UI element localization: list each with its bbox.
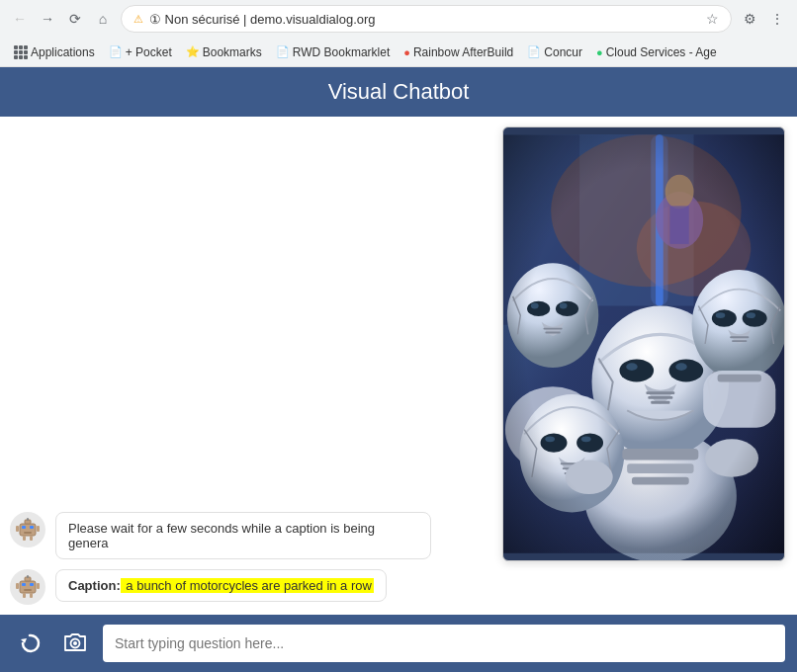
apps-grid-icon [14,45,28,59]
app-title: Visual Chatbot [328,79,470,105]
nav-extras: ⚙ ⋮ [738,7,789,31]
svg-rect-16 [16,583,19,589]
svg-rect-2 [30,526,34,529]
svg-rect-6 [16,526,19,532]
nav-buttons: ← → ⟳ ⌂ [8,7,115,31]
refresh-icon [19,632,41,654]
camera-button[interactable] [57,626,93,661]
chat-input[interactable] [103,625,785,662]
svg-rect-10 [20,581,36,593]
stormtrooper-image [503,127,784,560]
caption-text: a bunch of motorcycles are parked in a r… [121,578,374,593]
bottom-toolbar [0,615,797,672]
menu-button[interactable]: ⋮ [765,7,789,31]
message-bubble-1: Please wait for a few seconds while a ca… [55,512,431,559]
svg-rect-15 [27,575,29,578]
cloud-icon: ● [596,46,603,58]
back-button[interactable]: ← [8,7,32,31]
bookmarks-bar: Applications 📄 + Pocket ⭐ Bookmarks 📄 RW… [0,38,797,67]
refresh-button[interactable] [12,626,47,661]
svg-rect-5 [27,518,29,521]
svg-rect-3 [24,532,32,534]
chat-message-2: Caption: a bunch of motorcycles are park… [10,569,481,605]
page-icon: 📄 [109,45,123,58]
image-panel [490,117,797,615]
rainbow-icon: ● [403,46,410,58]
svg-rect-0 [20,524,36,536]
chat-area: Please wait for a few seconds while a ca… [0,117,490,615]
bookmark-pocket-label: + Pocket [126,45,172,59]
bookmark-cloud[interactable]: ● Cloud Services - Age [590,42,723,62]
robot-icon [14,516,42,544]
bot-avatar-2 [10,569,45,605]
bookmark-pocket[interactable]: 📄 + Pocket [103,42,178,62]
robot-icon-2 [14,573,42,601]
extensions-button[interactable]: ⚙ [738,7,761,31]
bookmark-cloud-label: Cloud Services - Age [606,45,717,59]
image-container [502,126,785,561]
chat-message-1: Please wait for a few seconds while a ca… [10,512,481,559]
svg-rect-13 [24,589,32,591]
bookmark-star-icon[interactable]: ☆ [706,11,719,27]
svg-rect-1 [22,526,26,529]
bookmark-rwd[interactable]: 📄 RWD Bookmarklet [270,42,396,62]
svg-rect-7 [37,526,40,532]
bot-avatar-1 [10,512,45,547]
lock-icon: ⚠ [133,13,143,26]
app-header: Visual Chatbot [0,67,797,117]
bookmark-bookmarks[interactable]: ⭐ Bookmarks [180,42,268,62]
concur-icon: 📄 [527,45,541,58]
message-bubble-2: Caption: a bunch of motorcycles are park… [55,569,387,602]
bookmark-apps[interactable]: Applications [8,42,101,62]
bookmark-bookmarks-label: Bookmarks [203,45,262,59]
svg-rect-12 [30,583,34,586]
forward-button[interactable]: → [36,7,59,31]
bookmark-concur[interactable]: 📄 Concur [521,42,588,62]
svg-rect-9 [30,536,33,541]
svg-rect-69 [503,134,784,553]
navigation-bar: ← → ⟳ ⌂ ⚠ ① Non sécurisé | demo.visualdi… [0,0,797,38]
camera-icon [63,631,87,655]
svg-rect-8 [23,536,26,541]
caption-label: Caption: [68,578,121,593]
url-text: ① Non sécurisé | demo.visualdialog.org [149,12,700,27]
main-content: Please wait for a few seconds while a ca… [0,117,797,615]
bookmark-rainbow-label: Rainbow AfterBuild [413,45,513,59]
message-text-1: Please wait for a few seconds while a ca… [68,521,375,550]
address-bar[interactable]: ⚠ ① Non sécurisé | demo.visualdialog.org… [121,5,732,33]
svg-rect-17 [37,583,40,589]
star-icon: ⭐ [186,45,200,58]
home-button[interactable]: ⌂ [91,7,115,31]
bookmark-apps-label: Applications [31,45,95,59]
bookmark-concur-label: Concur [544,45,582,59]
reload-button[interactable]: ⟳ [63,7,87,31]
svg-rect-11 [22,583,26,586]
bookmark-rainbow[interactable]: ● Rainbow AfterBuild [398,42,519,62]
svg-rect-19 [30,593,33,598]
bookmark-rwd-label: RWD Bookmarklet [293,45,390,59]
svg-rect-18 [23,593,26,598]
page-icon-2: 📄 [276,45,290,58]
svg-point-72 [73,641,77,645]
